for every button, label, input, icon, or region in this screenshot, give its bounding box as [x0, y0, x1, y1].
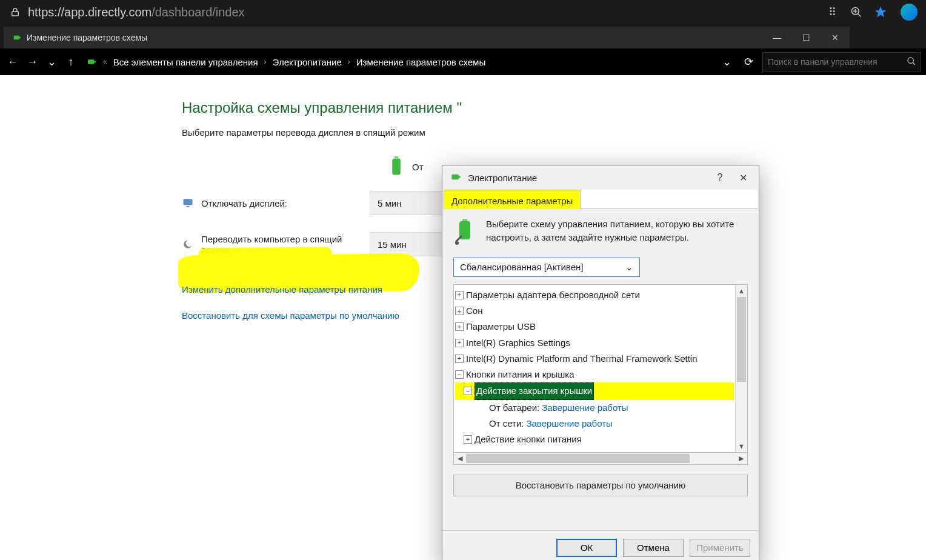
tree-node-lid-close[interactable]: −Действие закрытия крышки — [455, 382, 734, 399]
cancel-button[interactable]: Отмена — [623, 539, 684, 557]
nav-forward-button[interactable]: → — [24, 54, 40, 70]
favorite-star-icon[interactable] — [874, 5, 887, 19]
svg-rect-18 — [451, 174, 459, 179]
power-plan-select[interactable]: Сбалансированная [Активен] ⌄ — [453, 258, 640, 277]
refresh-icon[interactable]: ⟳ — [741, 54, 756, 70]
svg-line-11 — [913, 62, 915, 65]
tree-node-wireless[interactable]: +Параметры адаптера беспроводной сети — [455, 287, 734, 303]
expand-icon[interactable]: + — [464, 435, 472, 444]
breadcrumb-leaf[interactable]: Изменение параметров схемы — [356, 57, 485, 67]
scroll-right-icon[interactable]: ▶ — [735, 455, 747, 462]
profile-avatar-icon[interactable] — [901, 4, 918, 21]
tree-node-intel-dptf[interactable]: +Intel(R) Dynamic Platform and Thermal F… — [455, 351, 734, 367]
zoom-icon[interactable] — [850, 5, 863, 19]
tree-node-label: Intel(R) Dynamic Platform and Thermal Fr… — [466, 351, 698, 367]
scroll-left-icon[interactable]: ◀ — [454, 455, 466, 462]
browser-address-bar: https://app.directly.com/dashboard/index… — [0, 0, 926, 24]
tree-leaf-on-battery[interactable]: От батареи: Завершение работы — [455, 400, 734, 416]
scroll-up-icon[interactable]: ▲ — [736, 285, 747, 297]
expand-icon[interactable]: + — [455, 291, 464, 299]
tree-node-sleep[interactable]: +Сон — [455, 303, 734, 319]
apply-button[interactable]: Применить — [690, 539, 750, 557]
tree-node-label: Сон — [466, 303, 482, 319]
window-minimize-button[interactable]: — — [762, 27, 791, 48]
moon-icon — [182, 238, 194, 250]
link-restore-defaults[interactable]: Восстановить для схемы параметры по умол… — [182, 310, 399, 321]
scroll-thumb[interactable] — [466, 454, 690, 463]
tree-leaf-label: От сети: — [489, 416, 524, 432]
expand-icon[interactable]: + — [455, 322, 464, 331]
row-display-off-value: 5 мин — [378, 198, 402, 208]
chevron-right-icon: › — [264, 58, 267, 66]
battery-plug-icon — [453, 218, 478, 249]
svg-line-2 — [858, 14, 861, 17]
tree-node-label: Параметры адаптера беспроводной сети — [466, 287, 640, 303]
column-header-battery-label: От — [412, 162, 424, 172]
breadcrumb-root[interactable]: Все элементы панели управления — [113, 57, 258, 67]
chevron-down-icon: ⌄ — [625, 262, 633, 273]
dialog-title: Электропитание — [468, 173, 537, 183]
expand-icon[interactable]: + — [455, 355, 464, 363]
search-box[interactable] — [762, 52, 921, 72]
window-maximize-button[interactable]: ☐ — [791, 27, 821, 48]
tree-node-label: Параметры USB — [466, 319, 536, 335]
active-tab[interactable]: Изменение параметров схемы — ☐ ✕ — [4, 27, 850, 48]
breadcrumb-mid[interactable]: Электропитание — [273, 57, 342, 67]
settings-tree: +Параметры адаптера беспроводной сети +С… — [453, 284, 748, 453]
svg-point-22 — [455, 241, 459, 245]
svg-point-17 — [186, 240, 193, 247]
page-description: Выберите параметры перевода дисплея в сп… — [182, 127, 926, 138]
nav-recent-dropdown[interactable]: ⌄ — [44, 54, 59, 70]
scroll-thumb[interactable] — [737, 297, 746, 382]
tree-leaf-value[interactable]: Завершение работы — [526, 416, 612, 432]
lock-icon — [10, 7, 21, 18]
dialog-close-button[interactable]: ✕ — [734, 172, 751, 184]
window-close-button[interactable]: ✕ — [821, 27, 850, 48]
collapse-icon[interactable]: − — [455, 370, 464, 379]
scroll-down-icon[interactable]: ▼ — [736, 440, 747, 452]
page-title: Настройка схемы управления питанием " — [182, 99, 926, 116]
tree-leaf-label: От батареи: — [489, 400, 539, 416]
tree-node-label: Действие закрытия крышки — [475, 382, 594, 399]
breadcrumb-prefix-chevron: « — [103, 58, 107, 66]
svg-rect-6 — [14, 36, 19, 40]
row-display-off-label: Отключать дисплей: — [182, 197, 370, 209]
tree-node-power-button-action[interactable]: +Действие кнопки питания — [455, 432, 734, 447]
dialog-tabstrip: Дополнительные параметры — [444, 190, 758, 209]
search-icon[interactable] — [902, 56, 921, 68]
tree-node-label: Кнопки питания и крышка — [466, 367, 575, 382]
svg-marker-5 — [875, 7, 886, 17]
horizontal-scrollbar[interactable]: ◀ ▶ — [453, 453, 748, 465]
restore-defaults-button[interactable]: Восстановить параметры по умолчанию — [453, 475, 748, 496]
breadcrumb-dropdown-icon[interactable]: ⌄ — [719, 54, 734, 70]
dialog-intro-text: Выберите схему управления питанием, кото… — [486, 218, 748, 249]
scroll-track[interactable] — [466, 453, 735, 464]
dialog-titlebar: Электропитание ? ✕ — [442, 165, 759, 190]
expand-icon[interactable]: + — [455, 339, 464, 347]
tab-strip: Изменение параметров схемы — ☐ ✕ — [0, 24, 926, 48]
row-display-off-text: Отключать дисплей: — [201, 198, 287, 208]
tree-node-intel-graphics[interactable]: +Intel(R) Graphics Settings — [455, 335, 734, 351]
tree-node-usb[interactable]: +Параметры USB — [455, 319, 734, 335]
ok-button[interactable]: ОК — [556, 539, 617, 557]
search-input[interactable] — [763, 53, 902, 71]
row-sleep-value: 15 мин — [378, 239, 407, 250]
help-button[interactable]: ? — [711, 172, 728, 183]
settings-tree-inner[interactable]: +Параметры адаптера беспроводной сети +С… — [454, 285, 735, 452]
tab-advanced-params[interactable]: Дополнительные параметры — [444, 190, 581, 209]
tree-node-label: Intel(R) Graphics Settings — [466, 335, 570, 351]
tree-leaf-value[interactable]: Завершение работы — [542, 400, 628, 416]
svg-rect-8 — [88, 59, 95, 64]
tree-node-label: Действие кнопки питания — [475, 432, 582, 447]
nav-up-button[interactable]: ↑ — [63, 54, 79, 70]
tree-leaf-on-ac[interactable]: От сети: Завершение работы — [455, 416, 734, 432]
nav-back-button[interactable]: ← — [5, 54, 21, 70]
vertical-scrollbar[interactable]: ▲ ▼ — [735, 285, 747, 452]
collapse-icon[interactable]: − — [464, 387, 472, 395]
url-text[interactable]: https://app.directly.com/dashboard/index — [28, 5, 245, 19]
tree-node-power-buttons[interactable]: −Кнопки питания и крышка — [455, 367, 734, 382]
translate-icon[interactable]: ⠿ — [825, 5, 839, 19]
expand-icon[interactable]: + — [455, 307, 464, 315]
svg-rect-15 — [187, 206, 190, 207]
link-advanced-settings[interactable]: Изменить дополнительные параметры питани… — [182, 284, 382, 295]
